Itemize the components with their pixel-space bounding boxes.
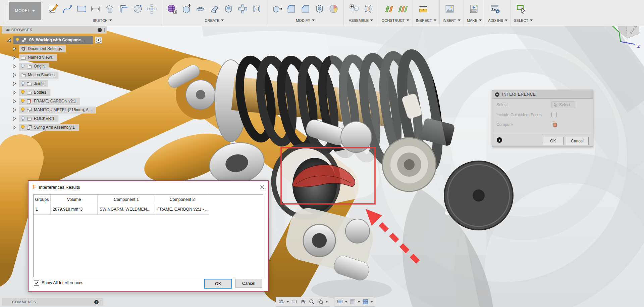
visibility-bulb-icon[interactable] xyxy=(21,107,25,113)
browser-item-swing-arm-assembly[interactable]: Swing Arm Assembly:1 xyxy=(2,123,107,132)
browser-item-rocker[interactable]: ROCKER:1 xyxy=(2,114,107,123)
make-menu[interactable]: MAKE xyxy=(467,17,482,24)
visibility-bulb-off-icon[interactable] xyxy=(21,81,25,86)
inspect-menu[interactable]: INSPECT xyxy=(416,17,436,24)
panel-grip[interactable] xyxy=(104,28,105,32)
hole-button[interactable] xyxy=(221,1,235,16)
project-button[interactable] xyxy=(102,1,116,16)
dialog-ok-button[interactable]: OK xyxy=(204,279,232,289)
selection-target-button[interactable]: Select xyxy=(551,101,575,108)
expand-arrow-icon[interactable] xyxy=(13,47,16,51)
press-pull-button[interactable] xyxy=(270,1,284,16)
grid-dropdown-caret[interactable] xyxy=(357,298,361,306)
assemble-menu[interactable]: ASSEMBLE xyxy=(347,17,375,24)
browser-header[interactable]: ◀◀ BROWSER − xyxy=(2,26,107,34)
extrude-button[interactable] xyxy=(179,1,193,16)
3d-print-button[interactable] xyxy=(467,1,481,16)
expand-arrow-icon[interactable] xyxy=(13,99,16,103)
select-menu[interactable]: SELECT xyxy=(514,17,533,24)
expand-arrow-icon[interactable] xyxy=(13,64,16,69)
interference-panel-header[interactable]: − INTERFERENCE xyxy=(492,90,593,99)
expand-arrow-icon[interactable] xyxy=(13,125,16,130)
new-component-button[interactable] xyxy=(347,1,361,16)
include-coincident-faces-checkbox[interactable] xyxy=(551,112,557,117)
expand-arrow-icon[interactable] xyxy=(13,117,16,121)
display-dropdown-caret[interactable] xyxy=(344,298,348,306)
orbit-dropdown-caret[interactable] xyxy=(286,298,289,306)
appearance-button[interactable] xyxy=(326,1,340,16)
browser-item-motion-studies[interactable]: Motion Studies xyxy=(2,71,107,79)
expand-arrow-icon[interactable] xyxy=(13,90,16,95)
browser-item-joints[interactable]: Joints xyxy=(2,79,107,88)
rectangle-button[interactable] xyxy=(74,1,88,16)
panel-grip[interactable] xyxy=(101,300,102,304)
zoom-window-dropdown-caret[interactable] xyxy=(325,298,328,306)
viewports-icon[interactable] xyxy=(361,298,369,306)
midplane-button[interactable] xyxy=(395,1,410,16)
offset-plane-button[interactable] xyxy=(381,1,395,16)
orbit-icon[interactable] xyxy=(277,298,285,306)
sketch-dimension-button[interactable] xyxy=(88,1,102,16)
create-sketch-button[interactable] xyxy=(46,1,60,16)
viewports-dropdown-caret[interactable] xyxy=(370,298,373,306)
fillet-button[interactable] xyxy=(284,1,298,16)
scripts-add-ins-button[interactable] xyxy=(488,1,502,16)
add-comment-icon[interactable]: + xyxy=(94,300,99,304)
chamfer-button[interactable] xyxy=(298,1,312,16)
construct-menu[interactable]: CONSTRUCT xyxy=(381,17,410,24)
insert-image-button[interactable] xyxy=(443,1,457,16)
measure-button[interactable] xyxy=(416,1,430,16)
insert-menu[interactable]: INSERT xyxy=(443,17,461,24)
expanded-arrow-icon[interactable] xyxy=(7,38,11,42)
column-header[interactable]: Volume xyxy=(51,195,98,204)
visibility-bulb-icon[interactable] xyxy=(21,99,25,104)
panel-ok-button[interactable]: OK xyxy=(543,137,564,145)
browser-item-named-views[interactable]: Named Views xyxy=(2,53,107,62)
minimize-circle-icon[interactable]: − xyxy=(98,28,102,32)
visibility-bulb-off-icon[interactable] xyxy=(21,116,25,121)
visibility-bulb-icon[interactable] xyxy=(21,125,25,130)
grid-icon[interactable] xyxy=(348,298,357,306)
expand-arrow-icon[interactable] xyxy=(13,108,16,112)
table-row[interactable]: 1 2879.918 mm^3 SWINGARM, WELDMEN... FRA… xyxy=(34,204,263,215)
joint-button[interactable] xyxy=(361,1,375,16)
activate-component-radio[interactable] xyxy=(95,37,102,43)
column-header[interactable]: Component 2 xyxy=(155,195,209,204)
sweep-button[interactable] xyxy=(207,1,221,16)
toolbar-grip[interactable] xyxy=(3,3,7,23)
column-header[interactable]: Component 1 xyxy=(98,195,155,204)
comments-bar[interactable]: COMMENTS + xyxy=(2,298,103,306)
results-table[interactable]: Groups Volume Component 1 Component 2 1 … xyxy=(33,194,263,277)
shell-button[interactable] xyxy=(312,1,326,16)
workspace-switcher[interactable]: MODEL xyxy=(9,2,41,20)
sketch-move-button[interactable] xyxy=(145,1,159,16)
show-all-interferences-checkbox[interactable]: Show All Interferences xyxy=(34,280,83,286)
zoom-icon[interactable] xyxy=(308,298,316,306)
select-button[interactable] xyxy=(514,1,528,16)
pan-icon[interactable] xyxy=(299,298,307,306)
modify-menu[interactable]: MODIFY xyxy=(270,17,340,24)
browser-item-manitou-metel[interactable]: MANITOU METEL (215mm), 6... xyxy=(2,105,107,114)
collapse-panel-icon[interactable]: ◀◀ xyxy=(5,28,9,32)
sketch-menu[interactable]: SKETCH xyxy=(46,17,159,24)
sketch-circle-button[interactable] xyxy=(130,1,145,16)
root-component-chip[interactable]: 06_Working with Compone... xyxy=(13,36,93,44)
compute-icon[interactable] xyxy=(551,121,557,127)
dialog-title-bar[interactable]: F Interferences Results xyxy=(29,181,268,193)
display-settings-icon[interactable] xyxy=(336,298,344,306)
close-icon[interactable] xyxy=(257,182,268,192)
visibility-bulb-icon[interactable] xyxy=(21,90,25,95)
visibility-bulb-off-icon[interactable] xyxy=(21,64,25,69)
expand-arrow-icon[interactable] xyxy=(13,55,16,60)
create-menu[interactable]: CREATE xyxy=(165,17,264,24)
browser-root-row[interactable]: 06_Working with Compone... xyxy=(2,36,107,44)
addins-menu[interactable]: ADD-INS xyxy=(488,17,507,24)
spline-button[interactable] xyxy=(60,1,74,16)
panel-cancel-button[interactable]: Cancel xyxy=(566,137,589,145)
browser-item-origin[interactable]: Origin xyxy=(2,62,107,71)
pattern-button[interactable] xyxy=(235,1,250,16)
offset-button[interactable] xyxy=(116,1,130,16)
create-form-button[interactable] xyxy=(165,1,179,16)
expand-arrow-icon[interactable] xyxy=(13,82,16,86)
visibility-bulb-icon[interactable] xyxy=(15,38,19,43)
